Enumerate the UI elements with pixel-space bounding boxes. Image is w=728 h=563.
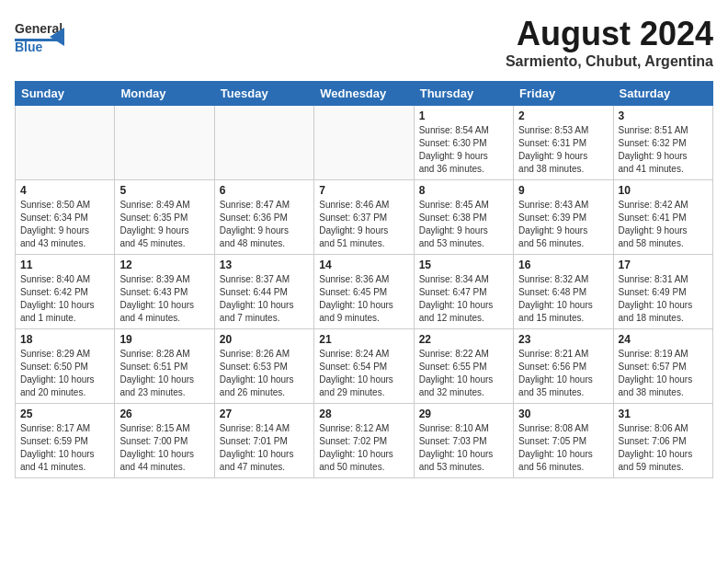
cell-info-text: Sunrise: 8:31 AM Sunset: 6:49 PM Dayligh… (619, 273, 708, 325)
calendar-cell: 31Sunrise: 8:06 AM Sunset: 7:06 PM Dayli… (613, 404, 712, 478)
cell-day-number: 15 (419, 259, 508, 271)
calendar-cell: 17Sunrise: 8:31 AM Sunset: 6:49 PM Dayli… (613, 255, 712, 329)
cell-info-text: Sunrise: 8:51 AM Sunset: 6:32 PM Dayligh… (619, 124, 708, 176)
weekday-header-wednesday: Wednesday (314, 82, 414, 106)
calendar-cell: 2Sunrise: 8:53 AM Sunset: 6:31 PM Daylig… (514, 106, 613, 180)
calendar-cell: 16Sunrise: 8:32 AM Sunset: 6:48 PM Dayli… (514, 255, 613, 329)
month-year-title: August 2024 (506, 15, 713, 53)
cell-info-text: Sunrise: 8:24 AM Sunset: 6:54 PM Dayligh… (319, 348, 408, 399)
cell-day-number: 18 (20, 333, 109, 346)
calendar-cell: 26Sunrise: 8:15 AM Sunset: 7:00 PM Dayli… (115, 404, 214, 478)
cell-info-text: Sunrise: 8:42 AM Sunset: 6:41 PM Dayligh… (619, 199, 708, 250)
calendar-cell: 13Sunrise: 8:37 AM Sunset: 6:44 PM Dayli… (214, 255, 313, 329)
cell-info-text: Sunrise: 8:45 AM Sunset: 6:38 PM Dayligh… (419, 199, 508, 250)
calendar-cell: 11Sunrise: 8:40 AM Sunset: 6:42 PM Dayli… (16, 255, 115, 329)
calendar-cell: 19Sunrise: 8:28 AM Sunset: 6:51 PM Dayli… (115, 329, 214, 404)
cell-day-number: 17 (619, 259, 708, 271)
cell-info-text: Sunrise: 8:36 AM Sunset: 6:45 PM Dayligh… (319, 273, 408, 325)
calendar-cell: 25Sunrise: 8:17 AM Sunset: 6:59 PM Dayli… (16, 404, 115, 478)
cell-info-text: Sunrise: 8:26 AM Sunset: 6:53 PM Dayligh… (220, 348, 309, 399)
cell-info-text: Sunrise: 8:50 AM Sunset: 6:34 PM Dayligh… (20, 199, 109, 250)
cell-day-number: 9 (518, 184, 608, 197)
cell-info-text: Sunrise: 8:17 AM Sunset: 6:59 PM Dayligh… (20, 422, 109, 474)
cell-info-text: Sunrise: 8:47 AM Sunset: 6:36 PM Dayligh… (220, 199, 309, 250)
cell-day-number: 30 (518, 408, 608, 420)
cell-info-text: Sunrise: 8:21 AM Sunset: 6:56 PM Dayligh… (518, 348, 608, 399)
calendar-cell: 21Sunrise: 8:24 AM Sunset: 6:54 PM Dayli… (314, 329, 414, 404)
logo-icon: General Blue (15, 15, 64, 55)
cell-info-text: Sunrise: 8:15 AM Sunset: 7:00 PM Dayligh… (119, 422, 209, 474)
cell-info-text: Sunrise: 8:22 AM Sunset: 6:55 PM Dayligh… (419, 348, 508, 399)
cell-day-number: 6 (220, 184, 309, 197)
cell-day-number: 25 (20, 408, 109, 420)
cell-day-number: 23 (518, 333, 608, 346)
cell-day-number: 3 (619, 109, 708, 122)
week-row-5: 25Sunrise: 8:17 AM Sunset: 6:59 PM Dayli… (16, 404, 713, 478)
calendar-cell: 5Sunrise: 8:49 AM Sunset: 6:35 PM Daylig… (115, 180, 214, 255)
cell-info-text: Sunrise: 8:14 AM Sunset: 7:01 PM Dayligh… (220, 422, 309, 474)
cell-day-number: 20 (220, 333, 309, 346)
weekday-header-saturday: Saturday (613, 82, 712, 106)
week-row-2: 4Sunrise: 8:50 AM Sunset: 6:34 PM Daylig… (16, 180, 713, 255)
cell-info-text: Sunrise: 8:43 AM Sunset: 6:39 PM Dayligh… (518, 199, 608, 250)
week-row-1: 1Sunrise: 8:54 AM Sunset: 6:30 PM Daylig… (16, 106, 713, 180)
calendar-cell (115, 106, 214, 180)
cell-info-text: Sunrise: 8:28 AM Sunset: 6:51 PM Dayligh… (119, 348, 209, 399)
cell-day-number: 7 (319, 184, 408, 197)
calendar-cell: 4Sunrise: 8:50 AM Sunset: 6:34 PM Daylig… (16, 180, 115, 255)
title-section: August 2024 Sarmiento, Chubut, Argentina (506, 15, 713, 70)
week-row-4: 18Sunrise: 8:29 AM Sunset: 6:50 PM Dayli… (16, 329, 713, 404)
calendar-cell: 7Sunrise: 8:46 AM Sunset: 6:37 PM Daylig… (314, 180, 414, 255)
weekday-header-monday: Monday (115, 82, 214, 106)
cell-day-number: 14 (319, 259, 408, 271)
cell-info-text: Sunrise: 8:37 AM Sunset: 6:44 PM Dayligh… (220, 273, 309, 325)
cell-day-number: 13 (220, 259, 309, 271)
calendar-cell: 18Sunrise: 8:29 AM Sunset: 6:50 PM Dayli… (16, 329, 115, 404)
cell-info-text: Sunrise: 8:06 AM Sunset: 7:06 PM Dayligh… (619, 422, 708, 474)
calendar-cell: 12Sunrise: 8:39 AM Sunset: 6:43 PM Dayli… (115, 255, 214, 329)
calendar-cell: 10Sunrise: 8:42 AM Sunset: 6:41 PM Dayli… (613, 180, 712, 255)
cell-info-text: Sunrise: 8:12 AM Sunset: 7:02 PM Dayligh… (319, 422, 408, 474)
cell-day-number: 16 (518, 259, 608, 271)
calendar-table: SundayMondayTuesdayWednesdayThursdayFrid… (15, 81, 713, 478)
cell-day-number: 4 (20, 184, 109, 197)
calendar-cell: 23Sunrise: 8:21 AM Sunset: 6:56 PM Dayli… (514, 329, 613, 404)
week-row-3: 11Sunrise: 8:40 AM Sunset: 6:42 PM Dayli… (16, 255, 713, 329)
cell-day-number: 11 (20, 259, 109, 271)
cell-day-number: 24 (619, 333, 708, 346)
logo: General Blue (15, 15, 64, 55)
calendar-cell: 30Sunrise: 8:08 AM Sunset: 7:05 PM Dayli… (514, 404, 613, 478)
cell-info-text: Sunrise: 8:49 AM Sunset: 6:35 PM Dayligh… (119, 199, 209, 250)
calendar-cell: 3Sunrise: 8:51 AM Sunset: 6:32 PM Daylig… (613, 106, 712, 180)
calendar-cell: 29Sunrise: 8:10 AM Sunset: 7:03 PM Dayli… (414, 404, 513, 478)
calendar-cell: 22Sunrise: 8:22 AM Sunset: 6:55 PM Dayli… (414, 329, 513, 404)
calendar-cell: 24Sunrise: 8:19 AM Sunset: 6:57 PM Dayli… (613, 329, 712, 404)
calendar-cell (16, 106, 115, 180)
cell-info-text: Sunrise: 8:40 AM Sunset: 6:42 PM Dayligh… (20, 273, 109, 325)
cell-day-number: 27 (220, 408, 309, 420)
svg-text:Blue: Blue (15, 40, 43, 54)
calendar-cell: 9Sunrise: 8:43 AM Sunset: 6:39 PM Daylig… (514, 180, 613, 255)
cell-info-text: Sunrise: 8:53 AM Sunset: 6:31 PM Dayligh… (518, 124, 608, 176)
cell-info-text: Sunrise: 8:08 AM Sunset: 7:05 PM Dayligh… (518, 422, 608, 474)
cell-day-number: 8 (419, 184, 508, 197)
cell-info-text: Sunrise: 8:39 AM Sunset: 6:43 PM Dayligh… (119, 273, 209, 325)
weekday-row: SundayMondayTuesdayWednesdayThursdayFrid… (16, 82, 713, 106)
cell-info-text: Sunrise: 8:32 AM Sunset: 6:48 PM Dayligh… (518, 273, 608, 325)
cell-day-number: 26 (119, 408, 209, 420)
calendar-cell: 1Sunrise: 8:54 AM Sunset: 6:30 PM Daylig… (414, 106, 513, 180)
cell-day-number: 19 (119, 333, 209, 346)
cell-day-number: 12 (119, 259, 209, 271)
cell-day-number: 21 (319, 333, 408, 346)
cell-info-text: Sunrise: 8:54 AM Sunset: 6:30 PM Dayligh… (419, 124, 508, 176)
cell-day-number: 5 (119, 184, 209, 197)
calendar-cell: 20Sunrise: 8:26 AM Sunset: 6:53 PM Dayli… (214, 329, 313, 404)
location-subtitle: Sarmiento, Chubut, Argentina (506, 53, 713, 70)
cell-info-text: Sunrise: 8:29 AM Sunset: 6:50 PM Dayligh… (20, 348, 109, 399)
weekday-header-sunday: Sunday (16, 82, 115, 106)
calendar-body: 1Sunrise: 8:54 AM Sunset: 6:30 PM Daylig… (16, 106, 713, 478)
cell-info-text: Sunrise: 8:34 AM Sunset: 6:47 PM Dayligh… (419, 273, 508, 325)
calendar-cell: 8Sunrise: 8:45 AM Sunset: 6:38 PM Daylig… (414, 180, 513, 255)
page-header: General Blue August 2024 Sarmiento, Chub… (15, 15, 713, 70)
cell-day-number: 29 (419, 408, 508, 420)
